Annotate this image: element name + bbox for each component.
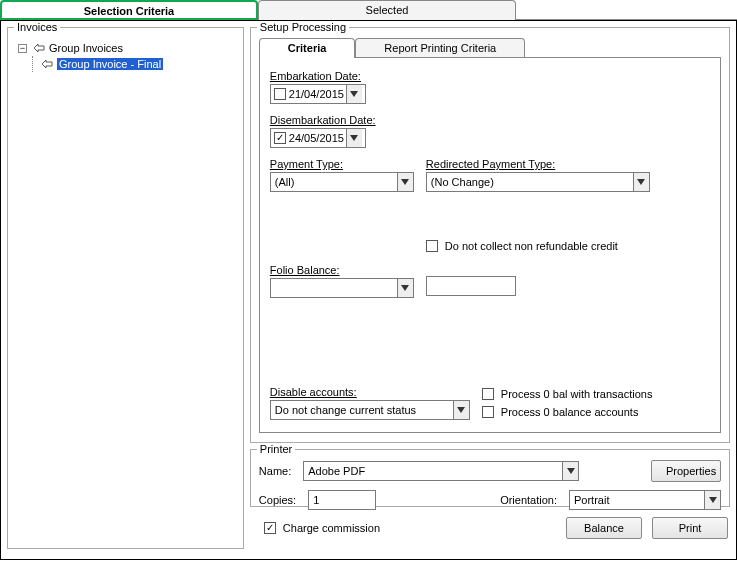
tab-selection-criteria[interactable]: Selection Criteria <box>0 0 258 20</box>
disembarkation-checkbox[interactable]: ✓ <box>274 132 286 144</box>
orientation-label: Orientation: <box>500 494 557 506</box>
orientation-value: Portrait <box>574 494 702 506</box>
dropdown-icon[interactable] <box>704 491 720 509</box>
embarkation-date-input[interactable]: 21/04/2015 <box>270 84 366 104</box>
payment-type-label: Payment Type: <box>270 158 414 170</box>
copies-label: Copies: <box>259 494 296 506</box>
properties-button[interactable]: Properties <box>651 460 721 482</box>
tab-selected[interactable]: Selected <box>258 0 516 20</box>
printer-fieldset: Printer Name: Adobe PDF Properties Copie… <box>250 449 730 507</box>
disable-accounts-label: Disable accounts: <box>270 386 470 398</box>
checkbox-icon <box>426 240 438 252</box>
payment-type-select[interactable]: (All) <box>270 172 414 192</box>
invoices-legend: Invoices <box>14 21 60 33</box>
tab-label: Selection Criteria <box>84 5 174 17</box>
tab-label: Criteria <box>288 42 327 54</box>
payment-type-value: (All) <box>275 176 395 188</box>
collapse-icon[interactable]: − <box>18 44 27 53</box>
dropdown-icon[interactable] <box>397 173 413 191</box>
embarkation-checkbox[interactable] <box>274 88 286 100</box>
redirected-payment-value: (No Change) <box>431 176 631 188</box>
printer-name-label: Name: <box>259 465 291 477</box>
pointer-icon <box>31 41 47 55</box>
setup-processing-fieldset: Setup Processing Criteria Report Printin… <box>250 27 730 443</box>
tree-child-row[interactable]: Group Invoice - Final <box>18 56 235 72</box>
tree-root-row[interactable]: − Group Invoices <box>18 40 235 56</box>
tree-root-label: Group Invoices <box>49 42 123 54</box>
tab-criteria[interactable]: Criteria <box>259 38 356 58</box>
button-label: Properties <box>666 465 716 477</box>
pointer-icon <box>39 57 55 71</box>
printer-legend: Printer <box>257 443 295 455</box>
dropdown-icon[interactable] <box>346 129 362 147</box>
disable-accounts-select[interactable]: Do not change current status <box>270 400 470 420</box>
invoices-fieldset: Invoices − Group Invoices Group Invoice … <box>7 27 244 549</box>
embarkation-date-value: 21/04/2015 <box>289 88 344 100</box>
copies-input[interactable]: 1 <box>308 490 376 510</box>
embarkation-date-label: Embarkation Date: <box>270 70 710 82</box>
button-label: Balance <box>584 522 624 534</box>
dropdown-icon[interactable] <box>562 462 578 480</box>
print-button[interactable]: Print <box>652 517 728 539</box>
no-collect-credit-checkbox[interactable]: Do not collect non refundable credit <box>426 240 618 252</box>
charge-commission-checkbox[interactable]: ✓ Charge commission <box>264 522 380 534</box>
no-collect-credit-label: Do not collect non refundable credit <box>445 240 618 252</box>
button-label: Print <box>679 522 702 534</box>
process-0-balance-accounts-checkbox[interactable]: Process 0 balance accounts <box>482 406 639 418</box>
process-0-bal-trans-checkbox[interactable]: Process 0 bal with transactions <box>482 388 653 400</box>
charge-commission-label: Charge commission <box>283 522 380 534</box>
tab-label: Report Printing Criteria <box>384 42 496 54</box>
disable-accounts-value: Do not change current status <box>275 404 451 416</box>
main-panel: Invoices − Group Invoices Group Invoice … <box>0 20 737 560</box>
tree-line <box>32 56 37 72</box>
folio-balance-label: Folio Balance: <box>270 264 414 276</box>
redirected-payment-label: Redirected Payment Type: <box>426 158 650 170</box>
printer-name-select[interactable]: Adobe PDF <box>303 461 579 481</box>
tab-label: Selected <box>366 4 409 16</box>
bottom-bar: ✓ Charge commission Balance Print <box>250 513 730 539</box>
folio-balance-select[interactable] <box>270 278 414 298</box>
setup-legend: Setup Processing <box>257 21 349 33</box>
tab-report-printing[interactable]: Report Printing Criteria <box>355 38 525 58</box>
orientation-select[interactable]: Portrait <box>569 490 721 510</box>
disembarkation-date-label: Disembarkation Date: <box>270 114 710 126</box>
process-0-bal-trans-label: Process 0 bal with transactions <box>501 388 653 400</box>
process-0-balance-accounts-label: Process 0 balance accounts <box>501 406 639 418</box>
disembarkation-date-value: 24/05/2015 <box>289 132 344 144</box>
checkbox-icon: ✓ <box>264 522 276 534</box>
tab-strip <box>516 0 737 20</box>
dropdown-icon[interactable] <box>633 173 649 191</box>
printer-name-value: Adobe PDF <box>308 465 560 477</box>
disembarkation-date-input[interactable]: ✓ 24/05/2015 <box>270 128 366 148</box>
checkbox-icon <box>482 406 494 418</box>
folio-balance-input[interactable] <box>426 276 516 296</box>
checkbox-icon <box>482 388 494 400</box>
dropdown-icon[interactable] <box>346 85 362 103</box>
balance-button[interactable]: Balance <box>566 517 642 539</box>
tree-child-label: Group Invoice - Final <box>57 58 163 70</box>
dropdown-icon[interactable] <box>453 401 469 419</box>
invoice-tree: − Group Invoices Group Invoice - Final <box>16 36 235 72</box>
dropdown-icon[interactable] <box>397 279 413 297</box>
redirected-payment-select[interactable]: (No Change) <box>426 172 650 192</box>
criteria-panel: Embarkation Date: 21/04/2015 Disembarkat… <box>259 57 721 433</box>
